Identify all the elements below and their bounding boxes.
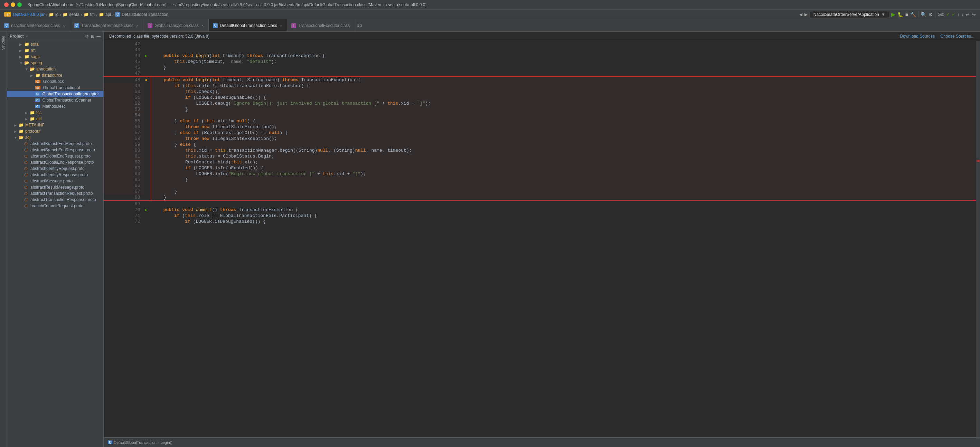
table-row: 63 if (LOGGER.isInfoEnabled()) { <box>103 165 976 171</box>
breadcrumb-method: begin() <box>161 441 172 445</box>
undo-btn[interactable]: ↩ <box>966 12 970 17</box>
path-api[interactable]: api <box>105 12 111 17</box>
sidebar-item-util[interactable]: ▶ 📁 util <box>7 116 103 122</box>
path-seata[interactable]: seata <box>69 12 79 17</box>
folder-metainf-icon: 📁 <box>19 122 24 127</box>
line-gutter-50 <box>144 89 151 95</box>
toolbar-sep2 <box>935 11 935 17</box>
sidebar-item-abstractresultmessage[interactable]: ⬡ abstractResultMessage.proto <box>7 184 103 190</box>
download-sources-link[interactable]: Download Sources <box>900 34 935 39</box>
git-down-icon[interactable]: ↓ <box>961 12 963 17</box>
settings-btn[interactable]: ⚙ <box>929 12 933 17</box>
tab-more[interactable]: ≡6 <box>354 19 364 32</box>
tab-globaltransaction[interactable]: I GlobalTransaction.class × <box>143 19 209 32</box>
right-scroll-indicator[interactable] <box>976 41 980 437</box>
forward-btn[interactable]: ▶ <box>805 12 808 17</box>
sidebar-label-proto5: abstractIdentifyRequest.proto <box>30 166 85 171</box>
code-scroll[interactable]: 42 43 44 <box>103 41 976 437</box>
sidebar-item-abstracttransactionresponse[interactable]: ⬡ abstractTransactionResponse.proto <box>7 197 103 203</box>
stop-btn[interactable]: ■ <box>905 12 908 17</box>
tab-icon-interceptor: C <box>4 23 9 28</box>
debug-btn[interactable]: 🐛 <box>897 12 903 17</box>
sidebar-label-util: util <box>36 116 41 121</box>
sidebar-label-globallock: GlobalLock <box>43 79 64 84</box>
table-row: 60 this.xid = this.transactionManager.be… <box>103 148 976 153</box>
run-btn[interactable]: ▶ <box>891 11 895 17</box>
line-gutter-51 <box>144 95 151 100</box>
sidebar-item-globaltransactionalinterceptor[interactable]: C GlobalTransactionalInterceptor <box>7 91 103 97</box>
sidebar-label-globaltransactional: GlobalTransactional <box>43 85 80 90</box>
path-tm[interactable]: tm <box>90 12 95 17</box>
sidebar-item-abstractglobalendrequest[interactable]: ⬡ abstractGlobalEndRequest.proto <box>7 153 103 159</box>
tab-close-template[interactable]: × <box>135 24 139 28</box>
tab-transactionaltemplate[interactable]: C TransactionalTemplate.class × <box>70 19 143 32</box>
tab-close-defaultglobaltx[interactable]: × <box>279 24 283 28</box>
sidebar-item-abstractbranchendrequest[interactable]: ⬡ abstractBranchEndRequest.proto <box>7 141 103 147</box>
choose-sources-link[interactable]: Choose Sources... <box>940 34 974 39</box>
line-gutter-68 <box>144 194 151 201</box>
build-btn[interactable]: 🔨 <box>910 12 916 17</box>
table-row: 57 } else if (RootContext.getXID() != nu… <box>103 130 976 136</box>
line-num-52: 52 <box>103 100 144 107</box>
run-config-label: NacosSeataOrderServerApplication <box>813 12 879 17</box>
sidebar-item-tcc[interactable]: ▶ 📁 tcc <box>7 110 103 116</box>
sidebar-item-rm[interactable]: ▶ 📁 rm <box>7 47 103 54</box>
sidebar-minimize-icon[interactable]: — <box>96 34 100 39</box>
sidebar-item-globaltransactional[interactable]: @ GlobalTransactional <box>7 84 103 91</box>
sidebar-settings-icon[interactable]: ⚙ <box>85 34 89 39</box>
search-btn[interactable]: 🔍 <box>921 12 926 17</box>
code-container[interactable]: 42 43 44 <box>103 41 980 437</box>
sidebar-item-protobuf[interactable]: ▶ 📁 protobuf <box>7 128 103 134</box>
tab-transactionalexecutor[interactable]: I TransactionalExecutor.class <box>287 19 354 32</box>
line-num-55: 55 <box>103 118 144 124</box>
path-class[interactable]: DefaultGlobalTransaction <box>122 12 168 17</box>
sidebar-item-saga[interactable]: ▶ 📁 saga <box>7 54 103 60</box>
table-row: 51 if (LOGGER.isDebugEnabled()) { <box>103 95 976 100</box>
git-up-icon[interactable]: ↑ <box>957 12 959 17</box>
line-gutter-44: ▶ <box>144 53 151 59</box>
maximize-button[interactable] <box>17 2 22 7</box>
sidebar-item-abstractbranchendresponse[interactable]: ⬡ abstractBranchEndResponse.proto <box>7 147 103 153</box>
sidebar-item-metainf[interactable]: ▶ 📁 META-INF <box>7 122 103 128</box>
structure-panel-btn[interactable]: Structure <box>2 33 5 53</box>
project-dropdown-icon[interactable]: ▾ <box>26 34 28 39</box>
line-code-72: if (LOGGER.isDebugEnabled()) { <box>151 219 976 224</box>
sidebar-item-globaltransactionscanner[interactable]: C GlobalTransactionScanner <box>7 97 103 103</box>
line-gutter-54 <box>144 112 151 118</box>
sidebar-item-annotation[interactable]: ▼ 📂 annotation <box>7 66 103 72</box>
close-button[interactable] <box>4 2 9 7</box>
sidebar-item-abstractmessage[interactable]: ⬡ abstractMessage.proto <box>7 178 103 184</box>
tab-close-globaltx[interactable]: × <box>201 24 204 28</box>
decompiled-message: Decompiled .class file, bytecode version… <box>109 34 209 39</box>
sidebar-item-sql[interactable]: ▼ 📂 sql <box>7 134 103 141</box>
sidebar-item-spring[interactable]: ▼ 📂 spring <box>7 60 103 66</box>
tab-close-interceptor[interactable]: × <box>62 24 65 28</box>
sidebar-item-abstractidentifyresponse[interactable]: ⬡ abstractIdentifyResponse.proto <box>7 172 103 178</box>
sidebar-item-sofa[interactable]: ▶ 📁 sofa <box>7 41 103 47</box>
sidebar-layout-icon[interactable]: ⊞ <box>91 34 94 39</box>
sidebar-item-datasource[interactable]: ▶ 📁 datasource <box>7 72 103 78</box>
run-gutter-icon-70[interactable]: ▶ <box>145 208 147 212</box>
tab-nsactionalinterceptor[interactable]: C nsactionalInterceptor.class × <box>0 19 70 32</box>
table-row: 70 ▶ public void commit() throws Transac… <box>103 207 976 213</box>
line-code-50: this.check(); <box>151 89 976 95</box>
arrow-metainf: ▶ <box>14 123 17 127</box>
file-icon-scanner: C <box>35 99 40 102</box>
tab-defaultglobaltransaction[interactable]: C DefaultGlobalTransaction.class × <box>209 19 287 32</box>
path-jar[interactable]: seata-all-0.9.0.jar <box>13 12 45 17</box>
path-io[interactable]: io <box>55 12 59 17</box>
sidebar-label-metainf: META-INF <box>25 122 45 127</box>
back-btn[interactable]: ◀ <box>799 12 802 17</box>
redo-btn[interactable]: ↪ <box>972 12 976 17</box>
file-icon-proto7: ⬡ <box>24 179 28 183</box>
sidebar-item-methoddesc[interactable]: C MethodDesc <box>7 103 103 110</box>
sidebar-item-abstracttransactionrequest[interactable]: ⬡ abstractTransactionRequest.proto <box>7 190 103 197</box>
sidebar-item-globallock[interactable]: @ GlobalLock <box>7 78 103 84</box>
sidebar-item-abstractidentifyrequest[interactable]: ⬡ abstractIdentifyRequest.proto <box>7 165 103 172</box>
sidebar-item-branchcommitrequest[interactable]: ⬡ branchCommitRequest.proto <box>7 203 103 209</box>
sidebar-item-abstractglobalendresponse[interactable]: ⬡ abstractGlobalEndResponse.proto <box>7 159 103 165</box>
run-config-dropdown[interactable]: NacosSeataOrderServerApplication ▼ <box>810 11 889 18</box>
line-gutter-49 <box>144 83 151 89</box>
run-gutter-icon-44[interactable]: ▶ <box>145 54 147 58</box>
minimize-button[interactable] <box>11 2 15 7</box>
